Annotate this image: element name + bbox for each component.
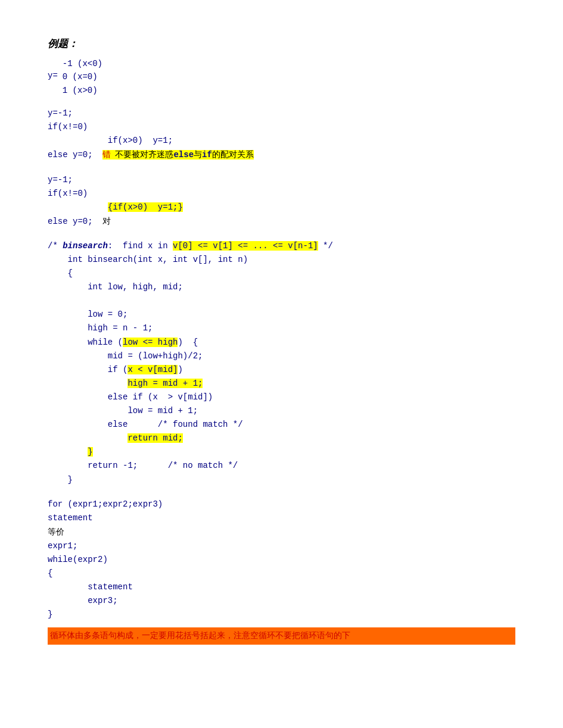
for-line: for (expr1;expr2;expr3) (48, 499, 163, 509)
case-zero: 0 (x=0) (63, 70, 102, 83)
binsearch-comment: /* binsearch: find x in v[0] <= v[1] <= … (48, 241, 333, 251)
equiv-line: 等价 (48, 527, 64, 536)
warning-text: 循环体由多条语句构成，一定要用花括号括起来，注意空循环不要把循环语句的下 (50, 631, 350, 640)
statement2-line: statement (48, 582, 133, 592)
binsearch-return-mid: return mid; (48, 433, 183, 443)
binsearch-high: high = n - 1; (48, 323, 153, 333)
while-expr2-line: while(expr2) (48, 555, 108, 564)
binsearch-else: else /* found match */ (48, 420, 243, 429)
binsearch-close-while: } (48, 447, 93, 457)
binsearch-while: while (low <= high) { (48, 338, 198, 347)
binsearch-section: /* binsearch: find x in v[0] <= v[1] <= … (48, 239, 515, 487)
warning-section: 循环体由多条语句构成，一定要用花括号括起来，注意空循环不要把循环语句的下 (48, 627, 515, 644)
code2-line2: if(x!=0) (48, 189, 88, 198)
binsearch-high-assign: high = mid + 1; (48, 379, 203, 388)
piecewise-display: y= -1 (x<0) 0 (x=0) 1 (x>0) (48, 57, 515, 97)
code1-line4: else y=0; 错 不要被对齐迷惑else与if的配对关系 (48, 150, 254, 160)
code1-line1: y=-1; (48, 108, 73, 118)
open-brace-line: { (48, 568, 52, 578)
binsearch-vars: int low, high, mid; (48, 282, 183, 292)
case-pos1: 1 (x>0) (63, 84, 102, 97)
binsearch-low-assign: low = mid + 1; (48, 406, 198, 415)
code2-line4: else y=0; 对 (48, 217, 111, 226)
statement-line: statement (48, 513, 93, 523)
for-loop-section: for (expr1;expr2;expr3) statement 等价 exp… (48, 498, 515, 622)
y-eq-label: y= (48, 57, 58, 82)
code1-line2: if(x!=0) (48, 122, 88, 132)
code1-line3: if(x>0) y=1; (48, 136, 173, 145)
close-brace-line: } (48, 610, 52, 619)
binsearch-else-if: else if (x > v[mid]) (48, 392, 213, 402)
code1-annotation: 错 不要被对齐迷惑else与if的配对关系 (102, 150, 253, 160)
expr3-line: expr3; (48, 596, 118, 605)
binsearch-if-x: if (x < v[mid]) (48, 365, 183, 374)
binsearch-return-neg1: return -1; /* no match */ (48, 461, 238, 470)
binsearch-decl: int binsearch(int x, int v[], int n) (48, 255, 248, 264)
case-neg1: -1 (x<0) (63, 57, 102, 70)
binsearch-open: { (48, 268, 73, 278)
example-title-section: 例题： (48, 36, 515, 52)
example-title: 例题： (48, 38, 78, 49)
binsearch-mid: mid = (low+high)/2; (48, 351, 203, 361)
page-content: 例题： y= -1 (x<0) 0 (x=0) 1 (x>0) y=-1; if… (48, 36, 515, 645)
code-block-1: y=-1; if(x!=0) if(x>0) y=1; else y=0; 错 … (48, 107, 515, 162)
code2-line3: {if(x>0) y=1;} (48, 202, 183, 212)
code2-line1: y=-1; (48, 175, 73, 185)
binsearch-low: low = 0; (48, 310, 127, 319)
binsearch-blank1 (48, 296, 52, 305)
expr1-line: expr1; (48, 541, 77, 551)
piecewise-section: y= -1 (x<0) 0 (x=0) 1 (x>0) (48, 57, 515, 97)
code-block-2: y=-1; if(x!=0) {if(x>0) y=1;} else y=0; … (48, 173, 515, 229)
piecewise-cases: -1 (x<0) 0 (x=0) 1 (x>0) (63, 57, 102, 97)
binsearch-close-func: } (48, 475, 73, 485)
